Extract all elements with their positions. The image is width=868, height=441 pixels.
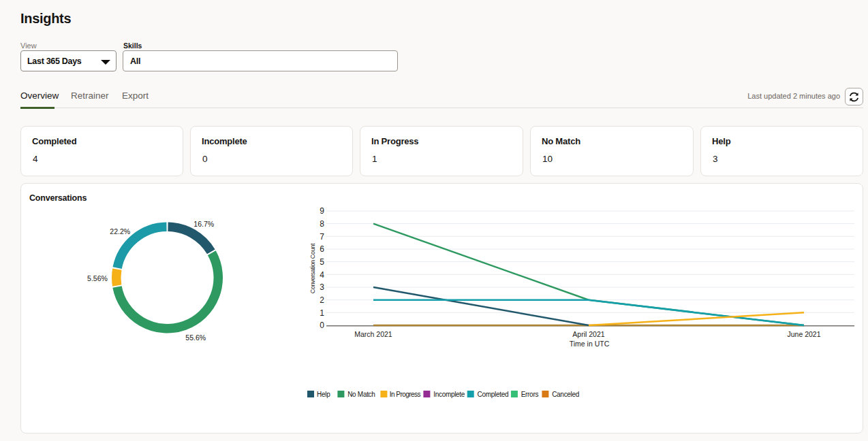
svg-text:55.6%: 55.6% bbox=[185, 333, 206, 342]
svg-text:June 2021: June 2021 bbox=[787, 330, 820, 338]
svg-text:4: 4 bbox=[320, 270, 324, 280]
svg-text:Canceled: Canceled bbox=[552, 391, 579, 398]
svg-text:5.56%: 5.56% bbox=[87, 274, 108, 282]
svg-text:22.2%: 22.2% bbox=[110, 227, 130, 235]
svg-text:2: 2 bbox=[320, 295, 324, 305]
svg-text:16.7%: 16.7% bbox=[193, 220, 214, 228]
svg-text:Help: Help bbox=[317, 391, 330, 398]
svg-text:In Progress: In Progress bbox=[390, 391, 421, 398]
svg-text:Conversation Count: Conversation Count bbox=[309, 243, 316, 293]
svg-text:March 2021: March 2021 bbox=[354, 330, 392, 338]
svg-text:No Match: No Match bbox=[347, 391, 375, 398]
svg-text:Incomplete: Incomplete bbox=[433, 391, 465, 398]
svg-text:9: 9 bbox=[320, 206, 324, 216]
svg-text:0: 0 bbox=[320, 321, 324, 330]
svg-text:8: 8 bbox=[320, 219, 324, 229]
svg-text:5: 5 bbox=[320, 257, 324, 267]
svg-text:Errors: Errors bbox=[521, 391, 539, 398]
svg-text:6: 6 bbox=[320, 244, 324, 254]
svg-text:Time in UTC: Time in UTC bbox=[570, 340, 610, 348]
svg-text:1: 1 bbox=[320, 308, 324, 318]
svg-text:April 2021: April 2021 bbox=[572, 330, 604, 338]
svg-text:Completed: Completed bbox=[478, 391, 509, 398]
svg-text:3: 3 bbox=[320, 282, 324, 292]
svg-text:7: 7 bbox=[320, 232, 324, 242]
